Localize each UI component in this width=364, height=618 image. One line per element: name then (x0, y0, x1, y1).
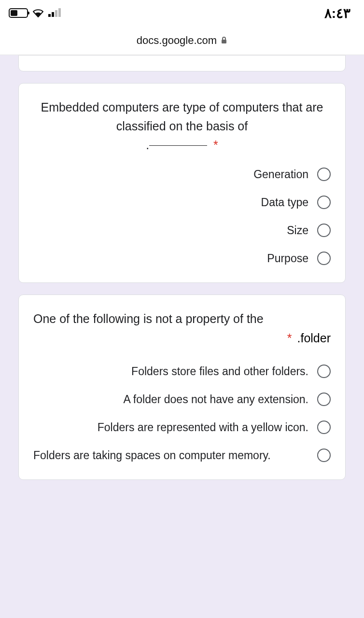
radio-icon (317, 224, 331, 237)
question-1-options: Generation Data type Size Purpose (33, 168, 331, 265)
question-2-text: One of the following is not a property o… (33, 309, 331, 328)
url-text: docs.google.com (137, 34, 217, 47)
required-asterisk: * (213, 138, 218, 152)
status-left (9, 8, 63, 18)
option-data-type[interactable]: Data type (33, 196, 331, 209)
question-2-suffix: * .folder (33, 331, 331, 345)
radio-icon (317, 449, 331, 462)
wifi-icon (32, 8, 44, 18)
required-asterisk: * (287, 331, 292, 345)
browser-url-bar[interactable]: docs.google.com (0, 26, 364, 55)
option-folder-no-extension[interactable]: A folder does not have any extension. (33, 393, 331, 406)
svg-rect-2 (55, 10, 57, 17)
previous-card-peek (18, 55, 346, 71)
svg-rect-0 (48, 14, 51, 17)
question-card-2: One of the following is not a property o… (18, 295, 346, 480)
radio-icon (317, 196, 331, 209)
radio-icon (317, 421, 331, 434)
radio-icon (317, 365, 331, 378)
radio-icon (317, 168, 331, 181)
option-folders-memory[interactable]: Folders are taking spaces on computer me… (33, 449, 331, 462)
option-folders-store[interactable]: Folders store files and other folders. (33, 365, 331, 378)
radio-icon (317, 393, 331, 406)
question-2-options: Folders store files and other folders. A… (33, 365, 331, 462)
signal-icon (48, 8, 63, 18)
question-1-text: Embedded computers are type of computers… (33, 98, 331, 154)
lock-icon (221, 34, 227, 47)
option-generation[interactable]: Generation (33, 168, 331, 181)
svg-rect-3 (58, 8, 61, 17)
blank-line (149, 145, 207, 146)
option-size[interactable]: Size (33, 224, 331, 237)
svg-rect-1 (52, 12, 54, 17)
form-content: Embedded computers are type of computers… (0, 55, 364, 480)
status-bar: ٨:٤٣ (0, 0, 364, 26)
status-time: ٨:٤٣ (324, 5, 350, 21)
svg-rect-4 (222, 40, 226, 43)
radio-icon (317, 252, 331, 265)
option-purpose[interactable]: Purpose (33, 252, 331, 265)
battery-icon (9, 8, 28, 18)
question-card-1: Embedded computers are type of computers… (18, 83, 346, 283)
option-folders-yellow-icon[interactable]: Folders are represented with a yellow ic… (33, 421, 331, 434)
